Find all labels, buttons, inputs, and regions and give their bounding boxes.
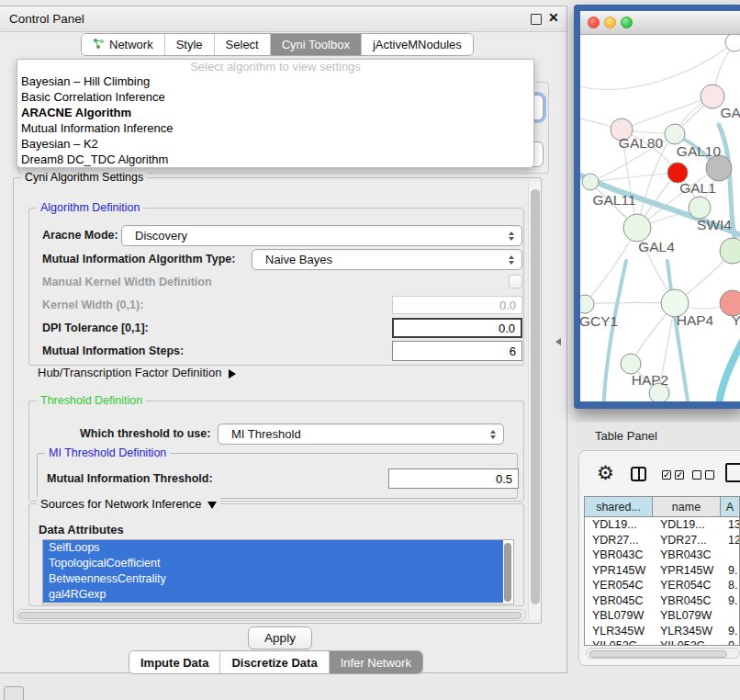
stepper-icon bbox=[509, 255, 514, 265]
algorithm-dropdown-list: Select algorithm to view settings Bayesi… bbox=[17, 59, 534, 168]
tab-cyni-toolbox[interactable]: Cyni Toolbox bbox=[271, 34, 362, 55]
collapse-down-icon[interactable] bbox=[207, 502, 217, 509]
dropdown-item[interactable]: Bayesian – K2 bbox=[17, 136, 533, 152]
data-attributes-label: Data Attributes bbox=[39, 523, 124, 536]
expand-right-icon[interactable] bbox=[229, 369, 236, 378]
tab-impute-label: Impute Data bbox=[140, 656, 208, 670]
kernel-width-field[interactable]: 0.0 bbox=[392, 296, 522, 314]
graph-node[interactable] bbox=[725, 35, 740, 51]
graph-node[interactable] bbox=[621, 354, 641, 374]
graph-node[interactable] bbox=[720, 238, 740, 264]
tab-network[interactable]: Network bbox=[82, 34, 165, 55]
settings-hscrollbar-thumb[interactable] bbox=[18, 612, 521, 619]
hub-definition-label: Hub/Transcription Factor Definition bbox=[38, 366, 221, 379]
cyni-settings-panel: Cyni Algorithm Settings Algorithm Defini… bbox=[13, 177, 542, 624]
column-header-name[interactable]: name bbox=[653, 497, 721, 516]
settings-hscrollbar[interactable] bbox=[16, 609, 526, 621]
restore-icon[interactable] bbox=[531, 14, 542, 25]
graph-node-label: GAL11 bbox=[592, 192, 635, 208]
dropdown-item[interactable]: Mutual Information Inference bbox=[17, 120, 533, 136]
splitpane-arrow-icon[interactable] bbox=[555, 338, 561, 345]
algorithm-dropdown-hint: Select algorithm to view settings bbox=[17, 60, 533, 73]
list-scrollbar-thumb[interactable] bbox=[504, 543, 511, 602]
dropdown-item[interactable]: Dream8 DC_TDC Algorithm bbox=[17, 152, 533, 167]
dropdown-item[interactable]: Bayesian – Hill Climbing bbox=[17, 73, 533, 89]
manual-kernel-checkbox[interactable] bbox=[509, 275, 522, 288]
graph-node-label: GAL4 bbox=[638, 239, 675, 254]
close-icon[interactable]: ✕ bbox=[548, 10, 559, 25]
sources-group-title: Sources for Network Inference bbox=[37, 497, 220, 511]
tab-style[interactable]: Style bbox=[165, 34, 215, 55]
threshold-definition-title: Threshold Definition bbox=[37, 394, 146, 407]
column-header-shared-name[interactable]: shared... bbox=[585, 497, 653, 516]
table-row[interactable]: YPR145WYPR145W9. bbox=[585, 563, 739, 579]
select-all-checkboxes-icon[interactable]: ✓✓ bbox=[662, 470, 684, 480]
mi-type-value: Naive Bayes bbox=[265, 253, 332, 266]
graph-node[interactable] bbox=[582, 174, 599, 190]
graph-node[interactable] bbox=[706, 155, 732, 181]
window-title: Control Panel bbox=[9, 12, 84, 26]
mi-steps-value: 6 bbox=[510, 344, 516, 358]
minimize-traffic-light-icon[interactable] bbox=[604, 17, 616, 28]
mi-threshold-field[interactable]: 0.5 bbox=[388, 469, 519, 489]
network-graph-canvas[interactable]: GALGAL80GAL10GAL11GAL1SWI4GAL4GCY1HAP4YH… bbox=[580, 35, 740, 401]
network-window-titlebar[interactable] bbox=[580, 11, 740, 35]
network-view-window: GALGAL80GAL10GAL11GAL1SWI4GAL4GCY1HAP4YH… bbox=[574, 5, 740, 409]
graph-node[interactable] bbox=[623, 214, 651, 242]
dpi-tolerance-value: 0.0 bbox=[499, 322, 515, 335]
table-row[interactable]: YIL052CYIL052C0. bbox=[585, 638, 739, 646]
table-hscrollbar[interactable] bbox=[586, 648, 740, 659]
gear-icon[interactable]: ⚙ bbox=[597, 463, 614, 482]
column-header-partial[interactable]: A bbox=[721, 497, 739, 516]
deselect-all-checkboxes-icon[interactable] bbox=[692, 470, 714, 480]
table-row[interactable]: YDL19...YDL19...13 bbox=[585, 517, 739, 533]
table-row[interactable]: YBL079WYBL079W bbox=[585, 608, 739, 624]
which-threshold-label: Which threshold to use: bbox=[80, 427, 210, 440]
list-item[interactable]: BetweennessCentrality bbox=[43, 571, 503, 587]
table-hscrollbar-thumb[interactable] bbox=[589, 650, 727, 658]
table-row[interactable]: YBR045CYBR045C9. bbox=[585, 593, 739, 609]
hub-definition-row[interactable]: Hub/Transcription Factor Definition bbox=[38, 366, 236, 379]
apply-button[interactable]: Apply bbox=[248, 627, 312, 649]
table-row[interactable]: YDR27...YDR27...12 bbox=[585, 533, 739, 548]
tab-select[interactable]: Select bbox=[215, 34, 271, 55]
mi-steps-field[interactable]: 6 bbox=[392, 341, 522, 361]
collapsed-panel-button[interactable] bbox=[4, 686, 24, 700]
control-panel-titlebar[interactable]: Control Panel ✕ bbox=[0, 6, 566, 32]
graph-node[interactable] bbox=[689, 197, 711, 219]
list-item[interactable]: gal4RGexp bbox=[43, 587, 503, 603]
table-row[interactable]: YLR345WYLR345W9. bbox=[585, 624, 739, 639]
graph-node[interactable] bbox=[580, 295, 594, 313]
tab-select-label: Select bbox=[226, 38, 259, 51]
settings-vscrollbar-thumb[interactable] bbox=[531, 189, 540, 604]
graph-node[interactable] bbox=[665, 124, 685, 144]
split-columns-icon[interactable] bbox=[631, 467, 646, 481]
data-attributes-list[interactable]: SelfLoops TopologicalCoefficient Between… bbox=[42, 539, 514, 604]
zoom-traffic-light-icon[interactable] bbox=[621, 17, 633, 28]
table-panel-header[interactable]: Table Panel bbox=[569, 423, 740, 448]
table-row[interactable]: YBR043CYBR043C bbox=[585, 548, 739, 563]
dropdown-item-selected[interactable]: ARACNE Algorithm bbox=[17, 105, 533, 120]
aracne-mode-select[interactable]: Discovery bbox=[121, 225, 522, 246]
mi-threshold-label: Mutual Information Threshold: bbox=[47, 472, 213, 485]
tab-jactivemnodules[interactable]: jActiveMNodules bbox=[362, 34, 473, 55]
dpi-tolerance-field[interactable]: 0.0 bbox=[392, 318, 522, 338]
mi-type-select[interactable]: Naive Bayes bbox=[252, 249, 522, 270]
list-item[interactable]: SelfLoops bbox=[43, 540, 503, 556]
list-item[interactable]: TopologicalCoefficient bbox=[43, 556, 503, 571]
network-view-inner: GALGAL80GAL10GAL11GAL1SWI4GAL4GCY1HAP4YH… bbox=[580, 11, 740, 401]
screenshot-root: { "window": { "title": "Control Panel" }… bbox=[0, 0, 740, 700]
tab-impute-data[interactable]: Impute Data bbox=[129, 651, 220, 673]
tab-infer-network[interactable]: Infer Network bbox=[330, 651, 422, 673]
which-threshold-select[interactable]: MI Threshold bbox=[218, 423, 504, 445]
tab-discretize-data[interactable]: Discretize Data bbox=[220, 651, 329, 673]
table-row[interactable]: YER054CYER054C8. bbox=[585, 578, 739, 593]
dropdown-item[interactable]: Basic Correlation Inference bbox=[17, 89, 533, 105]
attribute-table: shared... name A YDL19...YDL19...13 YDR2… bbox=[584, 496, 740, 646]
mi-threshold-group-title: MI Threshold Definition bbox=[45, 446, 170, 459]
tab-cyni-toolbox-label: Cyni Toolbox bbox=[282, 38, 350, 51]
settings-vscrollbar[interactable] bbox=[528, 182, 541, 619]
table-document-icon[interactable] bbox=[725, 463, 740, 482]
settings-group-title: Cyni Algorithm Settings bbox=[21, 171, 147, 184]
close-traffic-light-icon[interactable] bbox=[588, 17, 600, 28]
